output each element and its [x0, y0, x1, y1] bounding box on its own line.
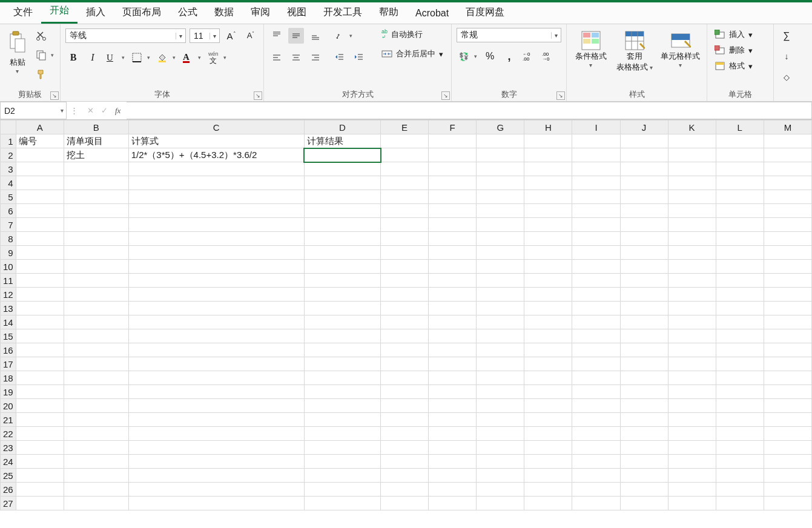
- cell[interactable]: [381, 497, 429, 510]
- cell[interactable]: [524, 134, 572, 148]
- cell[interactable]: [620, 162, 668, 176]
- comma-style-button[interactable]: ,: [501, 48, 517, 64]
- cell[interactable]: [668, 315, 716, 329]
- cell[interactable]: [477, 497, 524, 510]
- cell[interactable]: [572, 232, 620, 246]
- cell[interactable]: [764, 274, 811, 288]
- cell[interactable]: [304, 371, 380, 385]
- row-header[interactable]: 6: [1, 204, 16, 218]
- cell[interactable]: [620, 204, 668, 218]
- cell[interactable]: [572, 441, 620, 455]
- cell[interactable]: [668, 441, 716, 455]
- cell[interactable]: [16, 315, 64, 329]
- cell[interactable]: [64, 399, 128, 413]
- cell[interactable]: [477, 441, 524, 455]
- row-header[interactable]: 3: [1, 162, 16, 176]
- cell[interactable]: [572, 274, 620, 288]
- cell[interactable]: [620, 343, 668, 357]
- column-header[interactable]: H: [524, 120, 572, 134]
- cell[interactable]: [716, 302, 764, 315]
- cell[interactable]: [304, 232, 380, 246]
- column-header[interactable]: G: [477, 120, 524, 134]
- cell[interactable]: [381, 455, 429, 469]
- font-launcher[interactable]: ↘: [254, 91, 262, 100]
- orientation-button[interactable]: ⤢ ▾: [332, 28, 354, 44]
- cell[interactable]: [477, 385, 524, 399]
- delete-cells-button[interactable]: 删除 ▾: [712, 44, 755, 57]
- cell[interactable]: [128, 427, 304, 441]
- cell[interactable]: [716, 357, 764, 371]
- cell[interactable]: [716, 162, 764, 176]
- row-header[interactable]: 22: [1, 427, 16, 441]
- cell[interactable]: [16, 288, 64, 302]
- cell[interactable]: [381, 469, 429, 483]
- row-header[interactable]: 9: [1, 246, 16, 260]
- row-header[interactable]: 1: [1, 134, 16, 148]
- cell[interactable]: [381, 204, 429, 218]
- cell[interactable]: [64, 497, 128, 510]
- cell[interactable]: [620, 302, 668, 315]
- cell[interactable]: [572, 218, 620, 232]
- chevron-down-icon[interactable]: ▾: [176, 33, 185, 39]
- cell[interactable]: [668, 469, 716, 483]
- cell[interactable]: [477, 134, 524, 148]
- cell[interactable]: [668, 176, 716, 190]
- cell[interactable]: [304, 246, 380, 260]
- cell[interactable]: [764, 246, 811, 260]
- cell[interactable]: [716, 288, 764, 302]
- cell[interactable]: [64, 469, 128, 483]
- cell[interactable]: [620, 134, 668, 148]
- cell[interactable]: [477, 455, 524, 469]
- cell[interactable]: [381, 385, 429, 399]
- cell[interactable]: [620, 441, 668, 455]
- cell[interactable]: [668, 190, 716, 204]
- cell[interactable]: [381, 176, 429, 190]
- cell[interactable]: [64, 455, 128, 469]
- cell[interactable]: [764, 218, 811, 232]
- align-left-button[interactable]: [269, 50, 285, 65]
- cell[interactable]: [572, 497, 620, 510]
- cell[interactable]: [716, 469, 764, 483]
- number-launcher[interactable]: ↘: [556, 91, 565, 100]
- cell[interactable]: [16, 441, 64, 455]
- cell[interactable]: [572, 260, 620, 274]
- cell[interactable]: [64, 385, 128, 399]
- cell[interactable]: [64, 302, 128, 315]
- cell[interactable]: [477, 232, 524, 246]
- cell[interactable]: [620, 385, 668, 399]
- cell[interactable]: [572, 302, 620, 315]
- cell[interactable]: [304, 218, 380, 232]
- cell[interactable]: [477, 260, 524, 274]
- cell[interactable]: [477, 288, 524, 302]
- cell[interactable]: [128, 483, 304, 497]
- cell[interactable]: [477, 190, 524, 204]
- cell[interactable]: [620, 329, 668, 343]
- cell[interactable]: [128, 246, 304, 260]
- cell[interactable]: [620, 274, 668, 288]
- cell[interactable]: [668, 302, 716, 315]
- fill-button[interactable]: ↓: [779, 48, 794, 64]
- cell[interactable]: [128, 162, 304, 176]
- cell[interactable]: [620, 399, 668, 413]
- cell[interactable]: [572, 176, 620, 190]
- cell[interactable]: [429, 455, 477, 469]
- column-header[interactable]: C: [128, 120, 304, 134]
- spreadsheet-grid[interactable]: ABCDEFGHIJKLM1编号清单项目计算式计算结果2挖土1/2*（3*5）+…: [0, 120, 812, 510]
- cell[interactable]: [668, 232, 716, 246]
- select-all-corner[interactable]: [1, 120, 16, 134]
- cell[interactable]: [716, 176, 764, 190]
- cell[interactable]: [524, 315, 572, 329]
- cell[interactable]: [64, 483, 128, 497]
- tab-developer[interactable]: 开发工具: [315, 2, 371, 24]
- cell[interactable]: [572, 385, 620, 399]
- font-name-combo[interactable]: 等线 ▾: [65, 28, 186, 43]
- cell[interactable]: [572, 343, 620, 357]
- cell[interactable]: [477, 427, 524, 441]
- cell[interactable]: [304, 343, 380, 357]
- cell[interactable]: [64, 288, 128, 302]
- cell[interactable]: [524, 441, 572, 455]
- cell[interactable]: [304, 190, 380, 204]
- cell[interactable]: [16, 274, 64, 288]
- merge-center-button[interactable]: 合并后居中 ▾: [379, 47, 446, 61]
- cell[interactable]: 清单项目: [64, 134, 128, 148]
